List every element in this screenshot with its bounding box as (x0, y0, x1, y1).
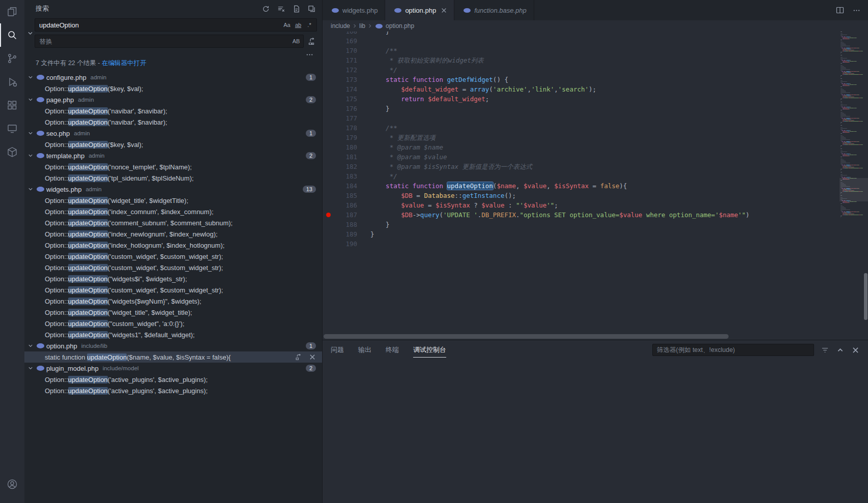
search-match-row[interactable]: Option::updateOption('custom_widget', $c… (24, 284, 322, 295)
code-line[interactable]: 171 * 获取初始安装时的widget列表 (323, 55, 840, 65)
search-match-row[interactable]: Option::updateOption('widget_title', $wi… (24, 195, 322, 206)
toggle-replace-button[interactable] (25, 18, 35, 48)
more-actions-icon[interactable] (851, 5, 862, 16)
search-match-row[interactable]: static function updateOption($name, $val… (24, 351, 322, 363)
breakpoint-gutter[interactable] (323, 75, 334, 84)
code-line[interactable]: 189 } (323, 229, 840, 239)
code-line[interactable]: 175 return $default_widget; (323, 94, 840, 104)
search-match-row[interactable]: Option::updateOption($key, $val); (24, 83, 322, 94)
search-match-row[interactable]: Option::updateOption('active_plugins', $… (24, 374, 322, 385)
open-in-editor-link[interactable]: 在编辑器中打开 (102, 60, 147, 67)
breakpoint-gutter[interactable] (323, 65, 334, 75)
code-line[interactable]: 174 $default_widget = array('archive','l… (323, 84, 840, 94)
code-line[interactable]: 179 * 更新配置选项 (323, 133, 840, 142)
panel-filter-icon[interactable] (819, 344, 830, 356)
code-line[interactable]: 173 static function getDefWidget() { (323, 75, 840, 84)
split-editor-icon[interactable] (834, 5, 846, 16)
breakpoint-gutter[interactable] (323, 239, 334, 249)
code-line[interactable]: 169 (323, 36, 840, 46)
code-line[interactable]: 185 $DB = Database::getInstance(); (323, 191, 840, 200)
whole-word-toggle[interactable]: ab (293, 20, 303, 30)
breakpoint-gutter[interactable] (323, 123, 334, 133)
code-line[interactable]: 183 */ (323, 171, 840, 181)
package-icon[interactable] (0, 140, 24, 164)
breakpoint-gutter[interactable] (323, 142, 334, 152)
search-match-row[interactable]: Option::updateOption($key, $val); (24, 139, 322, 150)
code-line[interactable]: 176 } (323, 104, 840, 113)
breakpoint-gutter[interactable] (323, 133, 334, 142)
search-match-row[interactable]: Option::updateOption('navibar', $navibar… (24, 116, 322, 128)
code-line[interactable]: 187 $DB->query('UPDATE '.DB_PREFIX."opti… (323, 210, 840, 220)
panel-tab[interactable]: 终端 (386, 342, 399, 358)
minimap-slider[interactable] (840, 178, 868, 201)
search-match-row[interactable]: Option::updateOption('nonce_templet', $t… (24, 161, 322, 172)
panel-tab[interactable]: 调试控制台 (413, 342, 446, 358)
breakpoint-gutter[interactable] (323, 84, 334, 94)
search-icon[interactable] (0, 23, 24, 47)
close-panel-icon[interactable] (850, 344, 861, 356)
regex-toggle[interactable]: .* (304, 20, 314, 30)
replace-input[interactable] (39, 38, 291, 45)
code-line[interactable]: 177 (323, 113, 840, 123)
search-match-row[interactable]: Option::updateOption('index_hotlognum', … (24, 240, 322, 251)
source-control-icon[interactable] (0, 47, 24, 70)
breakpoint-gutter[interactable] (323, 36, 334, 46)
breakpoint-gutter[interactable] (323, 191, 334, 200)
code-line[interactable]: 190 (323, 239, 840, 249)
breakpoint-gutter[interactable] (323, 46, 334, 55)
breakpoint-gutter[interactable] (323, 152, 334, 162)
search-file-row[interactable]: page.php admin 2 (24, 94, 322, 105)
clear-results-icon[interactable] (275, 3, 286, 14)
search-match-row[interactable]: Option::updateOption('index_newlognum', … (24, 228, 322, 240)
search-match-row[interactable]: Option::updateOption('comment_subnum', $… (24, 217, 322, 228)
breakpoint-gutter[interactable] (323, 220, 334, 229)
panel-tab[interactable]: 输出 (358, 342, 371, 358)
vertical-scrollbar[interactable] (864, 273, 867, 320)
breakpoint-gutter[interactable] (323, 32, 334, 36)
breakpoint-gutter[interactable] (323, 104, 334, 113)
search-match-row[interactable]: Option::updateOption('index_comnum', $in… (24, 206, 322, 217)
code-line[interactable]: 184 static function updateOption($name, … (323, 181, 840, 191)
code-line[interactable]: 168 } (323, 32, 840, 36)
editor-tab[interactable]: function.base.php (454, 0, 534, 20)
preserve-case-toggle[interactable]: AB (291, 36, 301, 46)
new-search-editor-icon[interactable] (291, 3, 302, 14)
maximize-panel-icon[interactable] (834, 344, 846, 356)
dismiss-match-icon[interactable] (307, 351, 318, 363)
code-line[interactable]: 182 * @param $isSyntax 更新值是否为一个表达式 (323, 162, 840, 171)
breadcrumb-item[interactable]: lib (359, 22, 365, 29)
code-line[interactable]: 186 $value = $isSyntax ? $value : "'$val… (323, 200, 840, 210)
search-file-row[interactable]: option.php include/lib 1 (24, 340, 322, 351)
search-match-row[interactable]: Option::updateOption('active_plugins', $… (24, 385, 322, 396)
explorer-icon[interactable] (0, 0, 24, 23)
breakpoint-gutter[interactable] (323, 200, 334, 210)
search-match-row[interactable]: Option::updateOption("widgets1", $defaul… (24, 329, 322, 340)
breakpoint-gutter[interactable] (323, 113, 334, 123)
extensions-icon[interactable] (0, 94, 24, 117)
search-file-row[interactable]: plugin_model.php include/model 2 (24, 363, 322, 374)
search-match-row[interactable]: Option::updateOption('custom_widget', $c… (24, 251, 322, 262)
search-match-row[interactable]: Option::updateOption("custom_widget", 'a… (24, 318, 322, 329)
account-icon[interactable] (0, 472, 24, 496)
search-file-row[interactable]: seo.php admin 1 (24, 128, 322, 139)
search-match-row[interactable]: Option::updateOption('navibar', $navibar… (24, 105, 322, 116)
console-filter-input[interactable] (652, 344, 814, 356)
search-file-row[interactable]: configure.php admin 1 (24, 72, 322, 83)
code-line[interactable]: 188 } (323, 220, 840, 229)
search-match-row[interactable]: Option::updateOption("widgets{$wgNum}", … (24, 295, 322, 307)
search-match-row[interactable]: Option::updateOption('tpl_sidenum', $tpl… (24, 172, 322, 184)
code-editor[interactable]: 168 } 169 170 /** 171 * 获取初始安装时的widget列表… (323, 32, 868, 340)
minimap[interactable] (841, 32, 864, 340)
refresh-icon[interactable] (260, 3, 271, 14)
code-line[interactable]: 178 /** (323, 123, 840, 133)
close-tab-icon[interactable] (441, 8, 447, 13)
editor-tab[interactable]: widgets.php (323, 0, 385, 20)
search-file-row[interactable]: template.php admin 2 (24, 150, 322, 161)
breakpoint-gutter[interactable] (323, 55, 334, 65)
search-input[interactable] (39, 21, 282, 29)
breakpoint-icon[interactable] (326, 213, 331, 217)
breakpoint-gutter[interactable] (323, 94, 334, 104)
code-line[interactable]: 181 * @param $value (323, 152, 840, 162)
breakpoint-gutter[interactable] (323, 181, 334, 191)
panel-tab[interactable]: 问题 (331, 342, 344, 358)
